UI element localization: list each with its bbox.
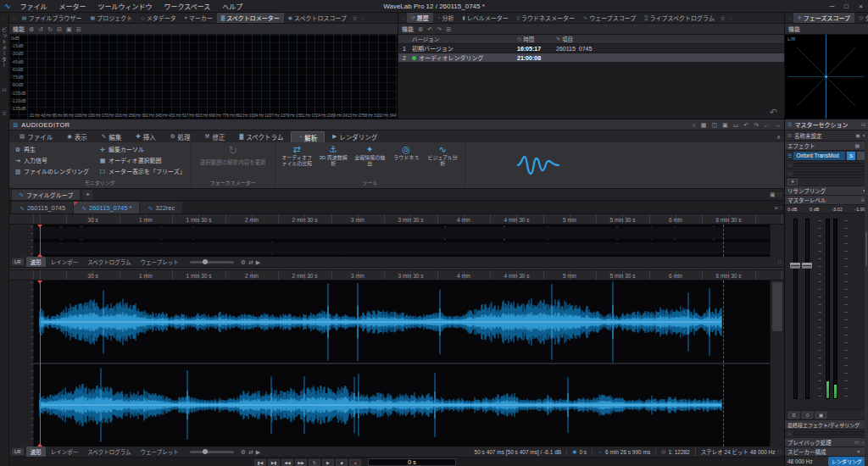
panel-tab[interactable]: ▤ ファイルブラウザー [18, 13, 86, 23]
tool-button[interactable]: ⇄ オーディオファイルの比較 [281, 145, 314, 168]
ribbon-tab[interactable]: ✎ 編集 [95, 131, 128, 142]
preset-options-icon[interactable]: ▣ [855, 133, 860, 138]
ribbon-tab[interactable]: ▓ スペクトラム [232, 131, 290, 142]
fader-track-right[interactable] [805, 219, 810, 399]
transport-button[interactable]: ↻ [309, 459, 320, 466]
toolbar-icon[interactable]: ☰ [446, 26, 451, 32]
view-tab[interactable]: ウェーブレット [136, 447, 183, 457]
toolbar-icon[interactable]: ▣ [66, 26, 72, 32]
history-row[interactable]: 2 オーディオレンダリング 21:00:08 [398, 53, 784, 63]
zoom-ratio-status[interactable]: ◎1: 12282 [655, 449, 690, 455]
speaker-dropdown-icon[interactable]: ▾ [857, 449, 860, 454]
plugin-menu-icon[interactable]: ☰ [787, 153, 792, 158]
solo-badge[interactable]: S [847, 152, 855, 160]
transport-time-display[interactable]: 0 s [368, 458, 456, 466]
ribbon-tab[interactable]: ▤ ファイル [13, 131, 59, 142]
editor-bar-icon[interactable]: ⌂ [693, 122, 696, 128]
final-effects-section-header[interactable]: 最終段エフェクト/ディザリング [785, 420, 868, 430]
minimize-icon[interactable]: ─ [825, 3, 839, 10]
follow-playback-icon[interactable]: ▶ [256, 259, 260, 265]
ribbon-tab[interactable]: ◔ 解析 [291, 131, 325, 142]
toolbar-icon[interactable]: ↺ [38, 26, 43, 32]
ribbon-tab[interactable]: ◉ 表示 [60, 131, 94, 142]
transport-button[interactable]: ▮◀ [254, 459, 266, 466]
menu-item[interactable]: ワークスペース [159, 2, 217, 11]
dock-pin-icon[interactable]: ⊟ [2, 86, 6, 92]
editor-bar-icon[interactable]: ▭ [733, 122, 739, 128]
editor-bar-icon[interactable]: ← [764, 122, 770, 128]
effects-section-header[interactable]: エフェクト ▦∷ [785, 141, 868, 151]
resampling-section-header[interactable]: リサンプリング ▾ [785, 186, 868, 196]
scrollbar-thumb[interactable] [772, 282, 782, 331]
scroll-sync-icon[interactable]: ⇄ [248, 259, 253, 265]
column-time[interactable]: ◷時間 [517, 35, 556, 43]
monitor-icon[interactable]: ▭ [854, 440, 860, 445]
meter-options-button[interactable]: ▣ [815, 412, 826, 419]
tool-button[interactable]: ⚓ 3D 周波数解析 [317, 145, 350, 168]
panel-tab[interactable]: ▒ ライブスペクトログラム [640, 13, 719, 23]
spectrometer-display[interactable]: 0dB-15dB-30dB-45dB-60dB-75dB-90dB-105dB-… [9, 35, 398, 119]
toolbar-icon[interactable]: ⚙ [418, 26, 423, 32]
menu-item[interactable]: ヘルプ [216, 2, 248, 11]
dithering-slot[interactable]: ∿ [785, 430, 868, 438]
view-tab[interactable]: 波形 [26, 447, 46, 457]
view-tab[interactable]: スペクトログラム [83, 257, 135, 267]
ribbon-tab[interactable]: ⚒ 修正 [198, 131, 232, 142]
cursor-position-status[interactable]: ◉0 s [566, 449, 587, 455]
scroll-sync-icon[interactable]: ⇄ [248, 449, 253, 455]
panel-tab[interactable]: ▮ レベルメーター [458, 13, 512, 23]
channel-divider[interactable] [34, 363, 770, 364]
edge-tab-bitmeter[interactable]: ビットメーター [1, 27, 8, 69]
panel-tab[interactable]: ↺ 履歴 [407, 13, 433, 23]
view-tab[interactable]: 波形 [26, 257, 46, 267]
master-pin-icon[interactable]: ⊟ [861, 122, 865, 127]
panel-menu-icon[interactable]: ☰ [721, 15, 725, 21]
master-level-section-header[interactable]: マスターレベル ⊟ [785, 196, 868, 205]
ribbon-toggle[interactable]: ⚙ 再生 [14, 145, 89, 153]
render-button[interactable]: レンダリング [828, 457, 865, 466]
transport-button[interactable]: ● [349, 459, 361, 466]
toolbar-icon[interactable]: ↻ [47, 26, 53, 32]
panel-tab[interactable]: ∿ ウェーブスコープ [579, 13, 640, 23]
transport-button[interactable]: ▶ [322, 459, 334, 466]
history-row[interactable]: 1 初期バージョン 16:05:17 260115_0745 [398, 44, 784, 53]
view-settings-icon[interactable]: ⚙ [241, 259, 246, 265]
add-file-group-button[interactable]: + [82, 190, 92, 200]
view-tab[interactable]: レインボー [47, 447, 83, 457]
plugin-name[interactable]: Oxford TransMod [793, 152, 845, 160]
overview-waveform[interactable] [9, 225, 784, 257]
ribbon-toggle[interactable]: ▥ ファイルのレンダリング [14, 167, 89, 175]
effect-slot-2[interactable]: ∿ [785, 161, 868, 169]
undo-icon[interactable]: ↶ [770, 108, 777, 117]
toolbar-icon[interactable]: ⊟ [57, 26, 62, 32]
master-section-header[interactable]: ☰ マスターセクション ⊟ [785, 119, 868, 130]
transport-button[interactable]: ◀◀ [281, 459, 293, 466]
channel-chip[interactable]: LR [12, 258, 24, 265]
ribbon-toggle[interactable]: ☐ メーター表示を「フリーズ」 [99, 167, 186, 175]
maximize-icon[interactable]: □ [839, 3, 854, 10]
master-scrollbar[interactable] [865, 131, 868, 466]
dock-menu-icon[interactable]: ☰ [2, 110, 6, 116]
view-settings-icon[interactable]: ⚙ [241, 449, 246, 455]
panel-tab[interactable]: ▾ マーカー [181, 13, 217, 23]
main-ruler[interactable]: 30 s1 min1 min 30 s2 min2 min 30 s3 min3… [9, 270, 784, 280]
effect-slot-3[interactable]: ∿ [785, 169, 868, 178]
functions-menu[interactable]: 機能 [13, 25, 25, 33]
audio-format-status[interactable]: ステレオ 24 ビット 48 000 Hz [695, 447, 776, 456]
effects-options-icon[interactable]: ▦ [855, 143, 860, 148]
file-tab[interactable]: ∿ 260115_0745 * [74, 202, 139, 214]
overview-ruler[interactable]: 30 s1 min1 min 30 s2 min2 min 30 s3 min3… [9, 214, 784, 225]
transport-button[interactable]: ▶▮ [268, 459, 280, 466]
playback-cursor[interactable] [40, 280, 41, 447]
playback-section-header[interactable]: プレイバック処理 ▭◁ [785, 438, 868, 447]
toolbar-icon[interactable]: ↷ [437, 26, 442, 32]
panel-tab[interactable]: ◷ タイムコード [854, 13, 868, 23]
ribbon-toggle[interactable]: ⇥ 入力信号 [14, 156, 89, 164]
transport-button[interactable]: ■ [336, 459, 348, 466]
transport-button[interactable]: ▶▶ [295, 459, 307, 466]
update-analysis-button[interactable]: 選択範囲の解析内容を更新 [200, 158, 266, 166]
ribbon-tab[interactable]: ▶ レンダリング [326, 131, 384, 142]
power-icon[interactable]: ⊙ [787, 133, 792, 138]
file-group-options-icon[interactable]: ▣ [770, 191, 776, 197]
add-effect-button[interactable]: + [787, 179, 798, 186]
